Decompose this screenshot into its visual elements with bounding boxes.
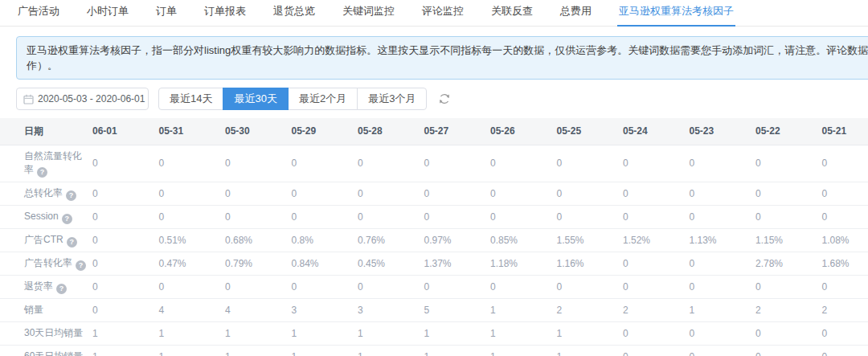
metric-cell: 0 — [159, 182, 226, 205]
range-button-4[interactable]: 最近3个月 — [357, 88, 427, 110]
metric-cell: 1.52% — [623, 228, 690, 252]
row-label: 自然流量转化率 — [24, 150, 82, 175]
metric-cell: 0 — [557, 145, 624, 182]
metric-cell: 1.18% — [490, 252, 557, 275]
metric-cell: 1.68% — [822, 252, 868, 275]
column-header: 05-25 — [557, 118, 624, 145]
metric-cell: 0 — [159, 205, 226, 228]
metric-cell: 1 — [424, 321, 491, 345]
column-header: 05-23 — [690, 118, 756, 145]
tab-9[interactable]: 总费用 — [559, 0, 593, 26]
metric-cell: 4 — [225, 298, 292, 321]
table-row: 60天日均销量111111110000 — [0, 345, 868, 356]
table-header-row: 日期06-0105-3105-3005-2905-2805-2705-2605-… — [0, 118, 868, 145]
table-row: Session000000000000 — [0, 205, 868, 228]
metric-cell: 2 — [822, 298, 868, 321]
range-button-group: 最近14天最近30天最近2个月最近3个月 — [158, 88, 427, 110]
metric-cell: 0 — [490, 275, 557, 298]
metric-cell: 0.51% — [159, 228, 226, 252]
metric-cell: 1 — [490, 298, 557, 321]
metric-cell: 0 — [92, 298, 159, 321]
metric-cell: 0.97% — [424, 228, 491, 252]
metric-cell: 1 — [92, 345, 159, 356]
metric-cell: 0 — [755, 145, 822, 182]
row-label: Session — [24, 211, 59, 222]
tab-8[interactable]: 关联反查 — [489, 0, 534, 26]
date-range-picker[interactable]: 2020-05-03 - 2020-06-01 — [16, 88, 149, 110]
row-label-cell: 30天日均销量 — [0, 321, 92, 345]
metric-cell: 2 — [755, 298, 822, 321]
metric-cell: 0 — [623, 182, 690, 205]
metric-cell: 0.84% — [292, 252, 358, 275]
metric-cell: 1 — [557, 345, 624, 356]
row-label-cell: 销量 — [0, 298, 92, 321]
help-icon[interactable] — [56, 284, 67, 294]
metric-cell: 0 — [424, 182, 491, 205]
metric-cell: 0 — [822, 321, 868, 345]
metric-cell: 0 — [623, 145, 690, 182]
metric-cell: 0 — [822, 182, 868, 205]
metric-cell: 1 — [490, 321, 557, 345]
row-label: 60天日均销量 — [24, 350, 83, 356]
metric-cell: 0.85% — [490, 228, 557, 252]
row-label-cell: 广告CTR — [0, 228, 92, 252]
tab-7[interactable]: 评论监控 — [420, 0, 465, 26]
metric-cell: 1 — [292, 345, 358, 356]
row-label: 广告CTR — [24, 234, 63, 245]
range-button-2[interactable]: 最近30天 — [223, 88, 288, 110]
metric-cell: 0 — [358, 275, 424, 298]
row-label-cell: Session — [0, 205, 92, 228]
metric-cell: 0 — [225, 205, 292, 228]
metric-cell: 0 — [490, 182, 557, 205]
row-label: 退货率 — [24, 280, 53, 292]
help-icon[interactable] — [67, 237, 77, 248]
column-header: 05-29 — [292, 118, 358, 145]
metric-cell: 0 — [92, 275, 159, 298]
metric-cell: 5 — [424, 298, 491, 321]
range-button-3[interactable]: 最近2个月 — [288, 88, 358, 110]
tab-2[interactable]: 小时订单 — [85, 0, 130, 26]
tab-4[interactable]: 订单报表 — [203, 0, 248, 26]
range-button-1[interactable]: 最近14天 — [158, 88, 223, 110]
metric-cell: 0 — [292, 145, 358, 182]
metric-cell: 1.08% — [822, 228, 868, 252]
column-header-date: 日期 — [0, 118, 92, 145]
tab-3[interactable]: 订单 — [154, 0, 178, 26]
metric-cell: 0 — [424, 275, 491, 298]
refresh-button[interactable] — [438, 92, 451, 105]
help-icon[interactable] — [76, 260, 86, 271]
help-icon[interactable] — [62, 214, 72, 224]
metric-cell: 0 — [755, 205, 822, 228]
metrics-table-wrap: 日期06-0105-3105-3005-2905-2805-2705-2605-… — [0, 118, 868, 356]
info-banner: 亚马逊权重算法考核因子，指一部分对listing权重有较大影响力的数据指标。这里… — [16, 36, 868, 80]
tab-10[interactable]: 亚马逊权重算法考核因子 — [617, 0, 735, 26]
help-icon[interactable] — [37, 167, 47, 178]
metric-cell: 0 — [225, 145, 292, 182]
metric-cell: 1 — [358, 321, 424, 345]
metric-cell: 0.8% — [292, 228, 358, 252]
info-banner-line1: 亚马逊权重算法考核因子，指一部分对listing权重有较大影响力的数据指标。这里… — [27, 43, 868, 58]
metric-cell: 0 — [822, 275, 868, 298]
metric-cell: 0 — [225, 182, 292, 205]
help-icon[interactable] — [66, 190, 76, 201]
metric-cell: 0 — [292, 182, 358, 205]
metric-cell: 0 — [424, 205, 491, 228]
metric-cell: 0 — [292, 275, 358, 298]
metric-cell: 1 — [159, 345, 226, 356]
metric-cell: 1 — [225, 345, 292, 356]
metrics-table: 日期06-0105-3105-3005-2905-2805-2705-2605-… — [0, 118, 868, 356]
tab-1[interactable]: 广告活动 — [16, 0, 61, 26]
row-label: 总转化率 — [24, 187, 63, 198]
row-label: 广告转化率 — [24, 257, 72, 268]
metric-cell: 0 — [690, 182, 756, 205]
table-row: 30天日均销量111111110000 — [0, 321, 868, 345]
metric-cell: 0 — [623, 345, 690, 356]
tab-6[interactable]: 关键词监控 — [341, 0, 396, 26]
table-row: 广告CTR00.51%0.68%0.8%0.76%0.97%0.85%1.55%… — [0, 228, 868, 252]
column-header: 05-21 — [822, 118, 868, 145]
table-row: 自然流量转化率000000000000 — [0, 145, 868, 182]
metric-cell: 2 — [557, 298, 624, 321]
table-row: 销量044335122122 — [0, 298, 868, 321]
metric-cell: 0 — [623, 252, 690, 275]
tab-5[interactable]: 退货总览 — [272, 0, 317, 26]
